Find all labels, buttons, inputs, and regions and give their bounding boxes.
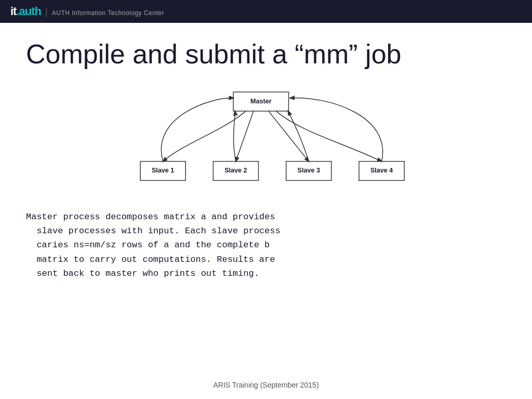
logo-separator: | bbox=[45, 7, 48, 18]
slave1-label: Slave 1 bbox=[152, 167, 174, 174]
footer: ARIS Training (September 2015) bbox=[0, 380, 532, 390]
main-content: Compile and submit a “mm” job Master Sla… bbox=[0, 23, 532, 301]
master-label: Master bbox=[250, 98, 272, 105]
slave2-label: Slave 2 bbox=[224, 167, 247, 174]
header-logo: it.auth | AUTH Information Technology Ce… bbox=[10, 5, 164, 18]
slide-title: Compile and submit a “mm” job bbox=[26, 38, 506, 70]
header-bar: it.auth | AUTH Information Technology Ce… bbox=[0, 0, 532, 23]
arc-slave3-master bbox=[288, 111, 309, 162]
logo-auth: auth bbox=[19, 5, 41, 18]
description-text: Master process decomposes matrix a and p… bbox=[26, 210, 506, 281]
arc-slave4-master bbox=[290, 98, 382, 161]
arc-slave1-master bbox=[161, 98, 233, 162]
arrow-master-slave2 bbox=[236, 111, 254, 162]
slave4-label: Slave 4 bbox=[370, 167, 393, 174]
slave3-label: Slave 3 bbox=[298, 167, 320, 174]
footer-text: ARIS Training (September 2015) bbox=[213, 381, 318, 389]
diagram-svg: Master Slave 1 Slave 2 Slave 3 Slave 4 bbox=[110, 85, 422, 194]
logo-it: it.auth bbox=[10, 5, 41, 18]
logo-it-text: it bbox=[10, 5, 16, 18]
diagram-container: Master Slave 1 Slave 2 Slave 3 Slave 4 bbox=[26, 85, 506, 194]
logo-subtitle: AUTH Information Technology Center bbox=[52, 9, 164, 17]
arrow-master-slave3 bbox=[269, 111, 309, 162]
